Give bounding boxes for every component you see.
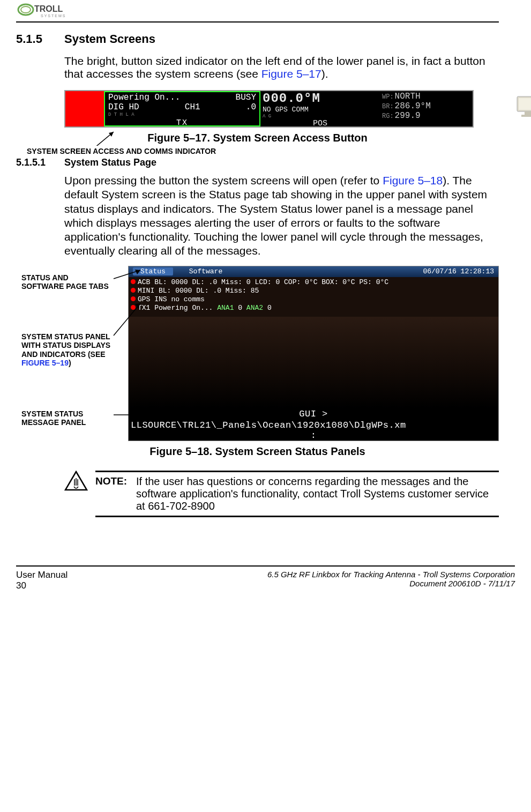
- status-row-ana1: ANA1: [217, 304, 234, 312]
- status-row-tx1-e: 0: [263, 304, 272, 312]
- note-icon: [64, 471, 88, 492]
- para2-text-b: ). The default System screen is the Stat…: [64, 174, 487, 257]
- gui-prompt[interactable]: GUI >: [129, 408, 498, 420]
- annotation-status-panel: SYSTEM STATUS PANEL WITH STATUS DISPLAYS…: [21, 332, 118, 368]
- rg-lbl: RG:: [382, 113, 394, 120]
- svg-point-1: [21, 6, 31, 13]
- note-block: NOTE: If the user has questions or conce…: [64, 471, 499, 517]
- figure-5-17: Powering On...BUSY DIG HDCH1.0 D T H L A…: [64, 90, 499, 128]
- figure-5-19-link[interactable]: FIGURE 5–19: [21, 359, 69, 367]
- svg-marker-9: [109, 132, 114, 137]
- footer-product: 6.5 GHz RF Linkbox for Tracking Antenna …: [267, 570, 515, 579]
- background-image-area: [129, 317, 498, 408]
- figure-5-18-caption: Figure 5–18. System Screen Status Panels: [16, 445, 499, 458]
- pos-heading: 000.0°M: [263, 91, 378, 106]
- rg-val: 299.9: [395, 111, 421, 121]
- message-panel[interactable]: LLSOURCE\TRL21\_Panels\Ocean\1920x1080\D…: [129, 420, 498, 441]
- br-lbl: BR:: [382, 103, 394, 110]
- status-row-acb: ACB BL: 0000 DL: .0 Miss: 0 LCD: 0 COP: …: [138, 278, 388, 286]
- pos-flags: A G: [263, 114, 378, 119]
- tx-panel: Powering On...BUSY DIG HDCH1.0 D T H L A…: [104, 91, 260, 126]
- figure-5-18-link[interactable]: Figure 5–18: [383, 174, 443, 187]
- wp-lbl: WP:: [382, 93, 394, 101]
- figure-5-17-caption: Figure 5–17. System Screen Access Button: [16, 132, 499, 144]
- arrow-icon: [111, 268, 146, 282]
- svg-rect-6: [525, 111, 531, 115]
- tx-mode: DIG HD: [108, 102, 139, 112]
- subsection-number: 5.1.5.1: [16, 157, 64, 168]
- para1-text-b: ).: [321, 68, 328, 80]
- footer-doc-type: User Manual: [16, 570, 68, 580]
- note-text: If the user has questions or concerns re…: [136, 475, 499, 512]
- page-footer: User Manual 30 6.5 GHz RF Linkbox for Tr…: [16, 565, 515, 597]
- logo: TROLL SYSTEMS: [16, 2, 80, 20]
- pos-panel: 000.0°M NO GPS COMM A G POS: [260, 91, 380, 126]
- tx-label: TX: [108, 118, 256, 128]
- arrow-icon: [111, 301, 146, 339]
- message-line2: :: [131, 430, 496, 441]
- annotation-tabs: STATUS AND SOFTWARE PAGE TABS: [21, 273, 113, 291]
- status-row-tx1-c: 0: [234, 304, 246, 312]
- arrow-icon: [111, 409, 146, 420]
- tab-bar: Status Software 06/07/16 12:28:13: [129, 266, 498, 277]
- footer-docnum: Document 200610D - 7/11/17: [267, 579, 515, 588]
- br-val: 286.9°M: [395, 101, 431, 111]
- tx-flags: D T H L A: [108, 112, 256, 117]
- svg-text:SYSTEMS: SYSTEMS: [41, 14, 66, 18]
- status-row-ana2: ANA2: [246, 304, 263, 312]
- pos-label: POS: [263, 119, 378, 128]
- tx-channel: CH1: [185, 102, 200, 112]
- lower-panel: Powering On...BUSY DIG HDCH1.0 D T H L A…: [64, 90, 474, 128]
- annotation-message-panel: SYSTEM STATUS MESSAGE PANEL: [21, 409, 113, 427]
- figure-5-18: STATUS AND SOFTWARE PAGE TABS SYSTEM STA…: [16, 266, 499, 441]
- tx-status: Powering On...: [108, 93, 180, 102]
- tx-busy: BUSY: [236, 93, 256, 102]
- section-title: System Screens: [64, 32, 155, 46]
- message-line1: LLSOURCE\TRL21\_Panels\Ocean\1920x1080\D…: [131, 420, 496, 430]
- footer-page-number: 30: [16, 580, 68, 591]
- status-dot: [131, 288, 136, 293]
- arrow-icon: [91, 130, 123, 146]
- page-header: TROLL SYSTEMS: [16, 0, 499, 23]
- annotation-system-screen-access: SYSTEM SCREEN ACCESS AND COMMS INDICATOR: [27, 147, 216, 155]
- status-row-tx1-a: TX1 Powering On...: [138, 304, 217, 312]
- status-row-mini: MINI BL: 0000 DL: .0 Miss: 85: [138, 287, 259, 295]
- figure-5-17-link[interactable]: Figure 5–17: [261, 68, 321, 80]
- svg-marker-15: [136, 412, 140, 418]
- ann2-b: ): [69, 359, 71, 367]
- status-row-gps: GPS INS no comms: [138, 295, 205, 303]
- ann2-a: SYSTEM STATUS PANEL WITH STATUS DISPLAYS…: [21, 332, 110, 359]
- svg-text:TROLL: TROLL: [34, 4, 63, 13]
- tx-val: .0: [246, 102, 256, 112]
- svg-rect-7: [521, 115, 531, 117]
- system-screen-window: Status Software 06/07/16 12:28:13 ACB BL…: [128, 266, 499, 441]
- system-screen-access-button[interactable]: [65, 91, 104, 126]
- timestamp: 06/07/16 12:28:13: [423, 267, 494, 275]
- svg-marker-13: [135, 303, 140, 309]
- wp-panel: WP:NORTH BR:286.9°M RG:299.9: [380, 91, 473, 126]
- wp-val: NORTH: [395, 92, 421, 101]
- para2-text-a: Upon pressing the button the system scre…: [64, 174, 383, 187]
- note-label: NOTE:: [95, 475, 136, 512]
- monitor-icon: [515, 94, 531, 123]
- tab-software[interactable]: Software: [189, 267, 222, 275]
- svg-rect-5: [519, 98, 531, 110]
- subsection-title: System Status Page: [64, 157, 156, 168]
- svg-line-12: [114, 303, 140, 336]
- section-number: 5.1.5: [16, 32, 64, 46]
- pos-gps: NO GPS COMM: [263, 106, 378, 114]
- status-data-panel: ACB BL: 0000 DL: .0 Miss: 0 LCD: 0 COP: …: [129, 277, 498, 317]
